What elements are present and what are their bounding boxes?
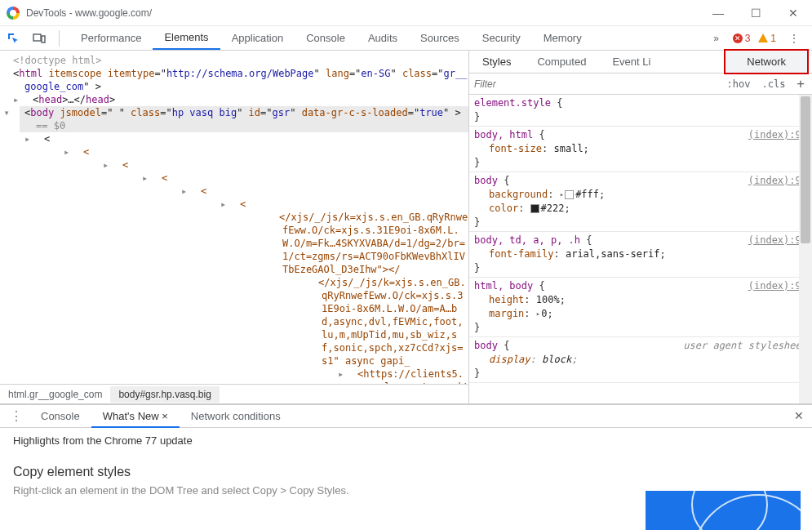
whatsnew-item-title: Copy element styles	[13, 465, 799, 479]
styles-panel: StylesComputedEvent LiNetwork :hov .cls …	[469, 51, 812, 403]
tab-sources[interactable]: Sources	[409, 27, 471, 49]
crumb[interactable]: body#gsr.hp.vasq.big	[110, 386, 219, 403]
scrollbar[interactable]	[799, 95, 812, 403]
hov-toggle[interactable]: :hov	[725, 78, 753, 91]
new-rule-button[interactable]: +	[794, 75, 807, 92]
tab-performance[interactable]: Performance	[69, 27, 153, 49]
device-toggle-icon[interactable]	[29, 29, 49, 48]
style-tab-styles[interactable]: Styles	[469, 51, 524, 72]
tab-console[interactable]: Console	[295, 27, 357, 49]
style-tab-event-li[interactable]: Event Li	[599, 51, 663, 72]
styles-filter-input[interactable]	[474, 78, 718, 90]
style-rules[interactable]: element.style {}(index):91body, html {fo…	[469, 95, 812, 403]
drawer-menu-icon[interactable]: ⋮	[3, 408, 29, 424]
drawer-body: Highlights from the Chrome 77 update Cop…	[0, 428, 812, 503]
window-titlebar: DevTools - www.google.com/ — ☐ ✕	[0, 0, 812, 26]
window-title: DevTools - www.google.com/	[26, 7, 699, 19]
breadcrumb: html.gr__google_combody#gsr.hp.vasq.big	[0, 384, 468, 403]
svg-rect-1	[42, 36, 45, 42]
tab-elements[interactable]: Elements	[153, 26, 220, 50]
close-button[interactable]: ✕	[774, 0, 812, 26]
crumb[interactable]: html.gr__google_com	[0, 386, 110, 403]
panel-tabs: PerformanceElementsApplicationConsoleAud…	[69, 26, 700, 50]
tab-security[interactable]: Security	[471, 27, 532, 49]
svg-rect-0	[33, 34, 41, 41]
tab-audits[interactable]: Audits	[357, 27, 409, 49]
styles-filter-row: :hov .cls +	[469, 73, 812, 95]
drawer-tab-console[interactable]: Console	[29, 406, 91, 426]
elements-panel: <!doctype html><html itemscope itemtype=…	[0, 51, 469, 403]
maximize-button[interactable]: ☐	[737, 0, 774, 26]
drawer-tabs: ⋮ ConsoleWhat's New ×Network conditions …	[0, 403, 812, 428]
styles-tabs: StylesComputedEvent LiNetwork	[469, 51, 812, 73]
drawer-tab-what-s-new[interactable]: What's New ×	[91, 406, 180, 428]
drawer-tab-network-conditions[interactable]: Network conditions	[180, 406, 292, 426]
minimize-button[interactable]: —	[699, 0, 737, 26]
more-tabs-icon[interactable]: »	[707, 29, 726, 48]
tab-memory[interactable]: Memory	[532, 27, 593, 49]
kebab-menu-icon[interactable]: ⋮	[784, 29, 804, 48]
main-toolbar: PerformanceElementsApplicationConsoleAud…	[0, 26, 812, 51]
chrome-icon	[7, 7, 20, 20]
dom-tree[interactable]: <!doctype html><html itemscope itemtype=…	[0, 51, 468, 384]
error-count[interactable]: ✕3	[733, 33, 751, 44]
whatsnew-preview-image	[646, 491, 801, 530]
whatsnew-headline: Highlights from the Chrome 77 update	[13, 434, 799, 447]
style-tab-computed[interactable]: Computed	[524, 51, 599, 72]
warning-count[interactable]: 1	[758, 33, 776, 44]
drawer-close-icon[interactable]: ✕	[794, 409, 804, 422]
network-tab-highlight[interactable]: Network	[724, 49, 809, 74]
cls-toggle[interactable]: .cls	[759, 78, 788, 91]
inspect-icon[interactable]	[3, 29, 23, 48]
tab-application[interactable]: Application	[220, 27, 295, 49]
